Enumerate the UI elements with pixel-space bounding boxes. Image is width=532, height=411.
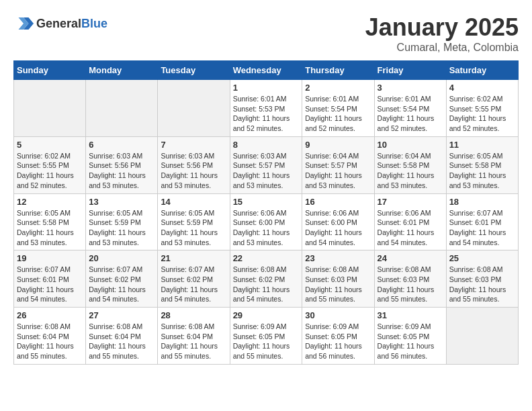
day-info: Sunrise: 6:08 AM Sunset: 6:02 PM Dayligh… xyxy=(233,265,300,304)
day-number: 24 xyxy=(378,253,443,263)
calendar-cell: 9Sunrise: 6:04 AM Sunset: 5:57 PM Daylig… xyxy=(302,136,374,193)
day-number: 23 xyxy=(305,253,371,263)
calendar-header-row: SundayMondayTuesdayWednesdayThursdayFrid… xyxy=(14,61,519,80)
calendar-cell: 23Sunrise: 6:08 AM Sunset: 6:03 PM Dayli… xyxy=(302,250,374,308)
day-number: 7 xyxy=(161,140,226,150)
weekday-header-wednesday: Wednesday xyxy=(230,61,302,80)
day-info: Sunrise: 6:01 AM Sunset: 5:54 PM Dayligh… xyxy=(378,94,443,134)
day-info: Sunrise: 6:05 AM Sunset: 5:58 PM Dayligh… xyxy=(449,151,515,191)
day-number: 18 xyxy=(449,197,515,207)
day-number: 12 xyxy=(17,197,83,207)
day-info: Sunrise: 6:07 AM Sunset: 6:02 PM Dayligh… xyxy=(161,265,226,304)
day-info: Sunrise: 6:08 AM Sunset: 6:04 PM Dayligh… xyxy=(161,322,226,361)
day-number: 9 xyxy=(305,140,371,150)
day-number: 29 xyxy=(233,310,300,320)
calendar-cell: 16Sunrise: 6:06 AM Sunset: 6:00 PM Dayli… xyxy=(302,193,374,250)
day-number: 28 xyxy=(161,310,226,320)
day-info: Sunrise: 6:08 AM Sunset: 6:03 PM Dayligh… xyxy=(305,265,371,304)
day-info: Sunrise: 6:08 AM Sunset: 6:04 PM Dayligh… xyxy=(89,322,154,361)
day-info: Sunrise: 6:03 AM Sunset: 5:57 PM Dayligh… xyxy=(233,151,300,191)
day-number: 14 xyxy=(161,197,226,207)
day-info: Sunrise: 6:01 AM Sunset: 5:53 PM Dayligh… xyxy=(233,94,300,134)
calendar-cell: 6Sunrise: 6:03 AM Sunset: 5:56 PM Daylig… xyxy=(86,136,158,193)
calendar-week-0: 1Sunrise: 6:01 AM Sunset: 5:53 PM Daylig… xyxy=(14,80,519,137)
logo-icon xyxy=(13,13,34,34)
day-info: Sunrise: 6:07 AM Sunset: 6:01 PM Dayligh… xyxy=(449,208,515,248)
calendar-week-1: 5Sunrise: 6:02 AM Sunset: 5:55 PM Daylig… xyxy=(14,136,519,193)
calendar-cell: 21Sunrise: 6:07 AM Sunset: 6:02 PM Dayli… xyxy=(158,250,230,308)
day-number: 31 xyxy=(378,310,443,320)
calendar-cell: 20Sunrise: 6:07 AM Sunset: 6:02 PM Dayli… xyxy=(86,250,158,308)
day-number: 25 xyxy=(449,253,515,263)
day-number: 22 xyxy=(233,253,300,263)
calendar-cell: 5Sunrise: 6:02 AM Sunset: 5:55 PM Daylig… xyxy=(14,136,86,193)
location: Cumaral, Meta, Colombia xyxy=(365,42,519,54)
day-info: Sunrise: 6:01 AM Sunset: 5:54 PM Dayligh… xyxy=(305,94,371,134)
day-number: 30 xyxy=(305,310,371,320)
calendar-cell: 1Sunrise: 6:01 AM Sunset: 5:53 PM Daylig… xyxy=(230,80,302,137)
day-number: 20 xyxy=(89,253,154,263)
day-number: 5 xyxy=(17,140,83,150)
weekday-header-monday: Monday xyxy=(86,61,158,80)
calendar-cell: 8Sunrise: 6:03 AM Sunset: 5:57 PM Daylig… xyxy=(230,136,302,193)
calendar-cell: 18Sunrise: 6:07 AM Sunset: 6:01 PM Dayli… xyxy=(446,193,518,250)
calendar-cell: 11Sunrise: 6:05 AM Sunset: 5:58 PM Dayli… xyxy=(446,136,518,193)
day-number: 3 xyxy=(378,83,443,93)
day-number: 27 xyxy=(89,310,154,320)
day-info: Sunrise: 6:08 AM Sunset: 6:03 PM Dayligh… xyxy=(378,265,443,304)
calendar-cell: 24Sunrise: 6:08 AM Sunset: 6:03 PM Dayli… xyxy=(374,250,446,308)
day-info: Sunrise: 6:02 AM Sunset: 5:55 PM Dayligh… xyxy=(449,94,515,134)
calendar-cell xyxy=(158,80,230,137)
day-number: 4 xyxy=(449,83,515,93)
month-title: January 2025 xyxy=(365,13,519,42)
calendar-cell: 31Sunrise: 6:09 AM Sunset: 6:05 PM Dayli… xyxy=(374,308,446,365)
day-number: 21 xyxy=(161,253,226,263)
calendar-cell: 30Sunrise: 6:09 AM Sunset: 6:05 PM Dayli… xyxy=(302,308,374,365)
logo: GeneralBlue xyxy=(13,13,107,34)
logo-text-blue: Blue xyxy=(81,17,107,30)
day-info: Sunrise: 6:05 AM Sunset: 5:58 PM Dayligh… xyxy=(17,208,83,248)
calendar-cell: 7Sunrise: 6:03 AM Sunset: 5:56 PM Daylig… xyxy=(158,136,230,193)
day-info: Sunrise: 6:05 AM Sunset: 5:59 PM Dayligh… xyxy=(89,208,154,248)
weekday-header-friday: Friday xyxy=(374,61,446,80)
day-number: 13 xyxy=(89,197,154,207)
day-number: 2 xyxy=(305,83,371,93)
weekday-header-tuesday: Tuesday xyxy=(158,61,230,80)
calendar-cell: 27Sunrise: 6:08 AM Sunset: 6:04 PM Dayli… xyxy=(86,308,158,365)
day-info: Sunrise: 6:03 AM Sunset: 5:56 PM Dayligh… xyxy=(161,151,226,191)
weekday-header-thursday: Thursday xyxy=(302,61,374,80)
calendar-cell: 2Sunrise: 6:01 AM Sunset: 5:54 PM Daylig… xyxy=(302,80,374,137)
logo-text-general: General xyxy=(36,17,81,30)
day-number: 19 xyxy=(17,253,83,263)
day-number: 6 xyxy=(89,140,154,150)
calendar-cell: 14Sunrise: 6:05 AM Sunset: 5:59 PM Dayli… xyxy=(158,193,230,250)
calendar-cell: 12Sunrise: 6:05 AM Sunset: 5:58 PM Dayli… xyxy=(14,193,86,250)
calendar-cell: 29Sunrise: 6:09 AM Sunset: 6:05 PM Dayli… xyxy=(230,308,302,365)
day-info: Sunrise: 6:06 AM Sunset: 6:00 PM Dayligh… xyxy=(305,208,371,248)
calendar-cell: 22Sunrise: 6:08 AM Sunset: 6:02 PM Dayli… xyxy=(230,250,302,308)
day-number: 11 xyxy=(449,140,515,150)
calendar-cell: 10Sunrise: 6:04 AM Sunset: 5:58 PM Dayli… xyxy=(374,136,446,193)
day-info: Sunrise: 6:05 AM Sunset: 5:59 PM Dayligh… xyxy=(161,208,226,248)
day-info: Sunrise: 6:09 AM Sunset: 6:05 PM Dayligh… xyxy=(378,322,443,361)
calendar-cell: 19Sunrise: 6:07 AM Sunset: 6:01 PM Dayli… xyxy=(14,250,86,308)
day-number: 17 xyxy=(378,197,443,207)
day-info: Sunrise: 6:08 AM Sunset: 6:03 PM Dayligh… xyxy=(449,265,515,304)
calendar-cell: 17Sunrise: 6:06 AM Sunset: 6:01 PM Dayli… xyxy=(374,193,446,250)
calendar-week-2: 12Sunrise: 6:05 AM Sunset: 5:58 PM Dayli… xyxy=(14,193,519,250)
day-info: Sunrise: 6:06 AM Sunset: 6:01 PM Dayligh… xyxy=(378,208,443,248)
day-info: Sunrise: 6:07 AM Sunset: 6:02 PM Dayligh… xyxy=(89,265,154,304)
day-info: Sunrise: 6:07 AM Sunset: 6:01 PM Dayligh… xyxy=(17,265,83,304)
calendar-week-3: 19Sunrise: 6:07 AM Sunset: 6:01 PM Dayli… xyxy=(14,250,519,308)
calendar-cell: 4Sunrise: 6:02 AM Sunset: 5:55 PM Daylig… xyxy=(446,80,518,137)
day-number: 15 xyxy=(233,197,300,207)
title-block: January 2025 Cumaral, Meta, Colombia xyxy=(365,13,519,54)
day-number: 16 xyxy=(305,197,371,207)
calendar-cell: 28Sunrise: 6:08 AM Sunset: 6:04 PM Dayli… xyxy=(158,308,230,365)
calendar-cell: 13Sunrise: 6:05 AM Sunset: 5:59 PM Dayli… xyxy=(86,193,158,250)
day-info: Sunrise: 6:04 AM Sunset: 5:58 PM Dayligh… xyxy=(378,151,443,191)
page-header: GeneralBlue January 2025 Cumaral, Meta, … xyxy=(13,13,519,54)
day-number: 8 xyxy=(233,140,300,150)
day-number: 26 xyxy=(17,310,83,320)
day-info: Sunrise: 6:02 AM Sunset: 5:55 PM Dayligh… xyxy=(17,151,83,191)
